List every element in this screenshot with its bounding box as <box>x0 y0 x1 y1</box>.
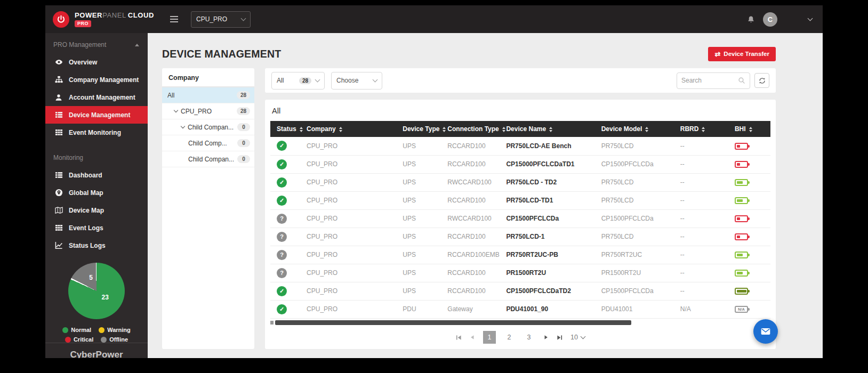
company-panel-header: Company <box>162 68 254 87</box>
sort-icon <box>502 127 505 132</box>
powerpanel-logo-icon <box>53 11 69 28</box>
sort-icon <box>749 127 752 132</box>
last-page-button[interactable] <box>557 335 562 340</box>
legend-dot-icon <box>101 337 107 343</box>
legend-dot-icon <box>62 327 68 333</box>
column-header-bhi[interactable]: BHI <box>730 121 770 137</box>
first-page-button[interactable] <box>456 335 462 340</box>
company-tree-item[interactable]: Child Compan... 0 <box>162 151 254 167</box>
sidebar-item-event-logs[interactable]: Event Logs <box>45 219 148 237</box>
status-unknown-icon: ? <box>277 268 287 278</box>
refresh-button[interactable] <box>754 73 769 88</box>
refresh-icon <box>759 77 766 84</box>
table-row[interactable]: ✓ CPU_PRO PDU Gateway PDU41001_90 PDU410… <box>270 300 770 318</box>
brand-panel: PANEL <box>102 11 126 19</box>
column-header-company[interactable]: Company <box>302 121 398 137</box>
scrollbar-left-button[interactable] <box>270 321 274 325</box>
sidebar-item-dashboard[interactable]: Dashboard <box>45 166 148 184</box>
battery-health-icon-full <box>735 288 748 295</box>
legend-item-offline: Offline <box>101 336 128 343</box>
device-transfer-button[interactable]: ⇄ Device Transfer <box>708 47 776 61</box>
legend-dot-icon <box>65 337 71 343</box>
sidebar-item-status-logs[interactable]: Status Logs <box>45 237 148 254</box>
choose-filter-select[interactable]: Choose <box>331 72 382 90</box>
eye-icon <box>54 58 63 66</box>
column-header-status[interactable]: Status <box>270 121 302 137</box>
previous-page-button[interactable] <box>470 335 475 340</box>
notifications-bell-icon[interactable] <box>747 15 755 23</box>
sort-icon <box>702 127 705 132</box>
company-tree-panel: Company All 28 CPU_PRO 28 Child Compan..… <box>162 68 254 349</box>
table-section-title: All <box>270 100 770 121</box>
table-header-row: StatusCompanyDevice TypeConnection TypeD… <box>270 121 770 137</box>
collapse-caret-icon[interactable] <box>135 44 139 46</box>
sort-icon <box>300 127 303 132</box>
battery-health-icon-red <box>735 161 748 168</box>
sidebar-item-company-management[interactable]: Company Management <box>45 71 148 88</box>
company-tree: All 28 CPU_PRO 28 Child Compan... 0 Chil… <box>162 87 254 167</box>
battery-health-icon-na: N/A <box>735 306 748 313</box>
device-count-badge: 0 <box>237 139 250 147</box>
list-icon <box>54 111 63 119</box>
battery-health-icon-green <box>735 179 748 186</box>
page-size-select[interactable]: 10 <box>570 334 585 341</box>
status-unknown-icon: ? <box>277 232 287 242</box>
scrollbar-thumb[interactable] <box>275 320 631 325</box>
pie-offline-value: 5 <box>89 274 93 281</box>
company-tree-item[interactable]: CPU_PRO 28 <box>162 103 254 119</box>
table-icon <box>54 128 63 136</box>
filter-bar: All 28 Choose <box>265 68 776 93</box>
pagination: 123 10 <box>270 326 770 350</box>
sidebar-item-device-management[interactable]: Device Management <box>45 106 148 124</box>
table-row[interactable]: ✓ CPU_PRO UPS RCCARD100 CP15000PFCLCDaTD… <box>270 155 770 173</box>
type-filter-count-badge: 28 <box>299 77 311 84</box>
status-ok-icon: ✓ <box>277 141 287 151</box>
company-tree-item[interactable]: All 28 <box>162 87 254 103</box>
sidebar-item-event-monitoring[interactable]: Event Monitoring <box>45 124 148 141</box>
column-header-connection-type[interactable]: Connection Type <box>443 121 502 137</box>
user-avatar[interactable]: C <box>763 12 777 27</box>
page-number-button-1[interactable]: 1 <box>483 331 496 344</box>
horizontal-scrollbar <box>270 320 770 325</box>
map-icon <box>54 206 63 214</box>
device-count-badge: 28 <box>237 107 250 115</box>
tree-chevron-icon <box>181 124 185 128</box>
main-content: DEVICE MANAGEMENT ⇄ Device Transfer Comp… <box>148 33 823 358</box>
page-number-button-3[interactable]: 3 <box>523 331 535 344</box>
sidebar-item-global-map[interactable]: Global Map <box>45 184 148 201</box>
table-row[interactable]: ✓ CPU_PRO UPS RCCARD100 PR750LCD-AE Benc… <box>270 137 770 155</box>
device-table-card: All StatusCompanyDevice TypeConnection T… <box>265 100 776 349</box>
sort-icon <box>339 127 342 132</box>
type-filter-select[interactable]: All 28 <box>271 72 325 90</box>
choose-filter-value: Choose <box>336 77 358 84</box>
table-row[interactable]: ? CPU_PRO UPS RWCCARD100 CP1500PFCLCDa C… <box>270 209 770 228</box>
table-row[interactable]: ? CPU_PRO UPS RCCARD100 PR750LCD-1 PR750… <box>270 228 770 246</box>
account-menu-chevron-icon[interactable] <box>808 16 813 21</box>
column-header-device-type[interactable]: Device Type <box>398 121 443 137</box>
page-number-button-2[interactable]: 2 <box>503 331 516 344</box>
support-chat-button[interactable] <box>753 319 778 344</box>
next-page-button[interactable] <box>543 335 549 340</box>
battery-health-icon-green <box>735 270 748 277</box>
topbar: POWERPANELCLOUD PRO CPU_PRO C <box>45 5 823 33</box>
table-row[interactable]: ✓ CPU_PRO UPS RWCCARD100 PR750LCD - TD2 … <box>270 173 770 191</box>
device-count-badge: 0 <box>237 155 250 163</box>
hamburger-menu-icon[interactable] <box>170 16 178 22</box>
sidebar-item-overview[interactable]: Overview <box>45 53 148 71</box>
sort-icon <box>645 127 648 132</box>
sidebar-item-account-management[interactable]: Account Management <box>45 88 148 106</box>
column-header-rbrd[interactable]: RBRD <box>676 121 730 137</box>
column-header-device-name[interactable]: Device Name <box>502 121 597 137</box>
search-input[interactable] <box>681 77 738 84</box>
sidebar-item-device-map[interactable]: Device Map <box>45 201 148 219</box>
company-tree-item[interactable]: Child Compan... 0 <box>162 119 254 135</box>
table-row[interactable]: ? CPU_PRO UPS RCCARD100EMB PR750RT2UC-PB… <box>270 246 770 264</box>
table-row[interactable]: ✓ CPU_PRO UPS RCCARD100 PR750LCD-TD1 PR7… <box>270 191 770 209</box>
chevron-down-icon <box>373 77 378 83</box>
company-select[interactable]: CPU_PRO <box>191 11 251 28</box>
column-header-device-model[interactable]: Device Model <box>597 121 676 137</box>
table-row[interactable]: ? CPU_PRO UPS RCCARD100 PR1500RT2U PR150… <box>270 264 770 282</box>
transfer-arrows-icon: ⇄ <box>714 51 720 58</box>
table-row[interactable]: ✓ CPU_PRO UPS RCCARD100 CP1500PFCLCDaTD2… <box>270 282 770 300</box>
company-tree-item[interactable]: Child Comp... 0 <box>162 135 254 151</box>
